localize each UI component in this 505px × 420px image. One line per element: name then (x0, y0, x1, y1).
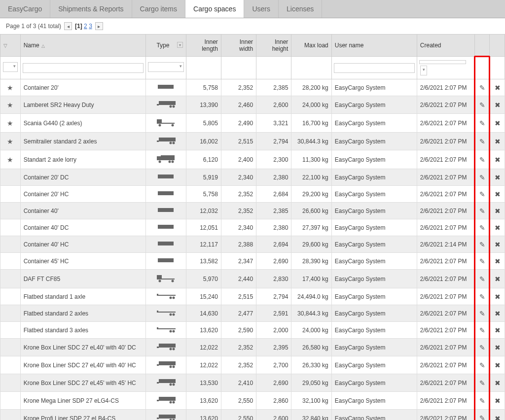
edit-cell[interactable]: ✎ (474, 322, 490, 339)
fav-cell[interactable] (0, 169, 21, 186)
fav-cell[interactable] (0, 410, 21, 420)
fav-cell[interactable] (0, 374, 21, 392)
pager-prev[interactable]: ◂ (64, 22, 72, 30)
delete-cell[interactable]: ✖ (490, 270, 505, 288)
fav-cell[interactable] (0, 253, 21, 270)
delete-cell[interactable]: ✖ (490, 322, 505, 339)
fav-cell[interactable] (0, 322, 21, 339)
delete-cell[interactable]: ✖ (490, 114, 505, 133)
delete-cell[interactable]: ✖ (490, 339, 505, 356)
fav-cell[interactable] (0, 356, 21, 374)
pager-page-1[interactable]: [1] (75, 23, 82, 30)
fav-cell[interactable]: ★ (0, 114, 21, 133)
svg-point-10 (170, 142, 172, 144)
edit-cell[interactable]: ✎ (474, 236, 490, 253)
pager-page-3[interactable]: 3 (89, 23, 92, 30)
delete-cell[interactable]: ✖ (490, 305, 505, 322)
edit-cell[interactable]: ✎ (474, 374, 490, 392)
delete-cell[interactable]: ✖ (490, 150, 505, 169)
edit-cell[interactable]: ✎ (474, 150, 490, 169)
type-cell (146, 392, 186, 410)
name-cell: Container 40' (20, 203, 145, 219)
name-cell: Krone Profi Liner SDP 27 eLB4-CS (20, 410, 145, 420)
edit-cell[interactable]: ✎ (474, 305, 490, 322)
fav-cell[interactable] (0, 305, 21, 322)
delete-cell[interactable]: ✖ (490, 169, 505, 186)
name-cell: Container 20' DC (20, 169, 145, 186)
edit-cell[interactable]: ✎ (474, 114, 490, 133)
fav-cell[interactable]: ★ (0, 133, 21, 150)
edit-cell[interactable]: ✎ (474, 169, 490, 186)
fav-cell[interactable] (0, 392, 21, 410)
fav-cell[interactable] (0, 186, 21, 203)
delete-cell[interactable]: ✖ (490, 253, 505, 270)
delete-cell[interactable]: ✖ (490, 203, 505, 219)
col-inner-height[interactable]: Inner height (256, 35, 291, 57)
delete-cell[interactable]: ✖ (490, 186, 505, 203)
fav-cell[interactable]: ★ (0, 150, 21, 169)
fav-cell[interactable] (0, 270, 21, 288)
delete-cell[interactable]: ✖ (490, 356, 505, 374)
fav-cell[interactable]: ★ (0, 96, 21, 114)
tab-shipments-reports[interactable]: Shipments & Reports (50, 0, 132, 18)
edit-cell[interactable]: ✎ (474, 339, 490, 356)
delete-cell[interactable]: ✖ (490, 219, 505, 236)
col-max-load[interactable]: Max load (291, 35, 331, 57)
edit-cell[interactable]: ✎ (474, 410, 490, 420)
user-cell: EasyCargo System (331, 169, 417, 186)
created-cell: 2/6/2021 2:07 PM (417, 133, 474, 150)
fav-cell[interactable] (0, 219, 21, 236)
col-type[interactable]: Type▾ (146, 35, 186, 57)
type-cell (146, 236, 186, 253)
edit-cell[interactable]: ✎ (474, 356, 490, 374)
delete-cell[interactable]: ✖ (490, 374, 505, 392)
col-inner-width[interactable]: Inner width (221, 35, 256, 57)
pager-next[interactable]: ▸ (95, 22, 103, 30)
col-inner-length[interactable]: Inner length (186, 35, 221, 57)
filter-user-input[interactable] (334, 63, 415, 73)
col-user-name[interactable]: User name (331, 35, 417, 57)
col-created[interactable]: Created (417, 35, 474, 57)
fav-cell[interactable] (0, 339, 21, 356)
chevron-down-icon[interactable]: ▾ (177, 42, 183, 48)
delete-cell[interactable]: ✖ (490, 79, 505, 96)
svg-rect-24 (157, 275, 162, 280)
filter-created-input[interactable] (419, 60, 466, 64)
col-favorite[interactable]: ▽ (0, 35, 21, 57)
col-name[interactable]: Name△ (20, 35, 145, 57)
svg-point-37 (170, 330, 172, 333)
delete-cell[interactable]: ✖ (490, 392, 505, 410)
filter-type-dropdown[interactable] (148, 62, 183, 72)
fav-cell[interactable] (0, 203, 21, 219)
fav-cell[interactable] (0, 236, 21, 253)
tab-cargo-spaces[interactable]: Cargo spaces (185, 0, 244, 18)
delete-cell[interactable]: ✖ (490, 236, 505, 253)
delete-cell[interactable]: ✖ (490, 133, 505, 150)
delete-cell[interactable]: ✖ (490, 96, 505, 114)
filter-created-dropdown[interactable] (420, 66, 427, 75)
fav-cell[interactable] (0, 288, 21, 305)
fav-cell[interactable]: ★ (0, 79, 21, 96)
edit-cell[interactable]: ✎ (474, 96, 490, 114)
edit-cell[interactable]: ✎ (474, 133, 490, 150)
delete-cell[interactable]: ✖ (490, 410, 505, 420)
edit-cell[interactable]: ✎ (474, 219, 490, 236)
delete-cell[interactable]: ✖ (490, 288, 505, 305)
edit-cell[interactable]: ✎ (474, 392, 490, 410)
tab-users[interactable]: Users (244, 0, 279, 18)
tab-licenses[interactable]: Licenses (279, 0, 322, 18)
filter-fav-dropdown[interactable] (3, 62, 18, 72)
name-cell: Flatbed standard 1 axle (20, 288, 145, 305)
pager-page-2[interactable]: 2 (84, 23, 87, 30)
close-icon: ✖ (495, 224, 501, 232)
tab-cargo-items[interactable]: Cargo items (132, 0, 185, 18)
filter-name-input[interactable] (23, 63, 144, 73)
edit-cell[interactable]: ✎ (474, 253, 490, 270)
edit-cell[interactable]: ✎ (474, 270, 490, 288)
tab-easycargo[interactable]: EasyCargo (0, 0, 50, 18)
edit-cell[interactable]: ✎ (474, 186, 490, 203)
table-row: Container 20' HC5,7582,3522,68429,200 kg… (0, 186, 505, 203)
edit-cell[interactable]: ✎ (474, 203, 490, 219)
edit-cell[interactable]: ✎ (474, 79, 490, 96)
edit-cell[interactable]: ✎ (474, 288, 490, 305)
